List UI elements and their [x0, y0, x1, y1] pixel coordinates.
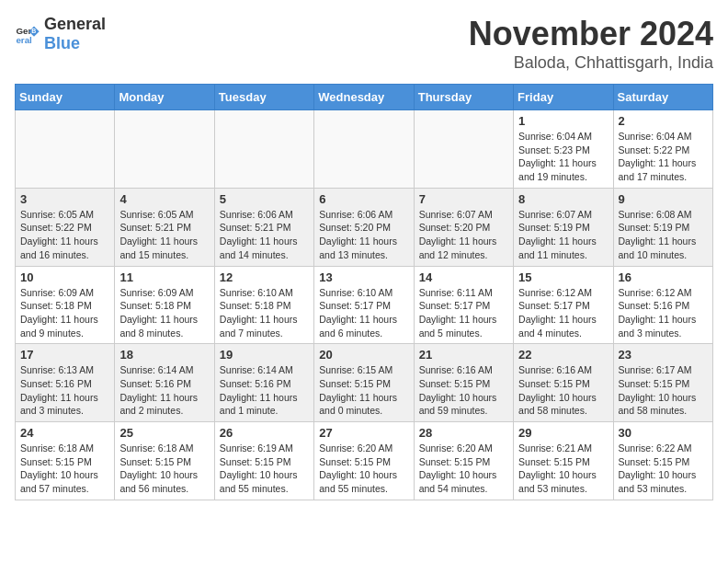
day-number: 25	[119, 426, 209, 440]
calendar-cell: 15Sunrise: 6:12 AM Sunset: 5:17 PM Dayli…	[514, 266, 613, 344]
header-day-saturday: Saturday	[613, 85, 712, 110]
day-info: Sunrise: 6:16 AM Sunset: 5:15 PM Dayligh…	[419, 363, 508, 418]
header-day-friday: Friday	[514, 85, 613, 110]
day-info: Sunrise: 6:14 AM Sunset: 5:16 PM Dayligh…	[119, 363, 209, 418]
day-info: Sunrise: 6:18 AM Sunset: 5:15 PM Dayligh…	[20, 442, 109, 496]
day-number: 26	[220, 426, 309, 440]
day-info: Sunrise: 6:06 AM Sunset: 5:21 PM Dayligh…	[220, 208, 309, 262]
calendar-cell: 21Sunrise: 6:16 AM Sunset: 5:15 PM Dayli…	[414, 344, 513, 422]
month-title: November 2024	[469, 15, 713, 53]
calendar-header-row: SundayMondayTuesdayWednesdayThursdayFrid…	[16, 85, 713, 110]
day-number: 27	[319, 426, 408, 440]
calendar-cell: 13Sunrise: 6:10 AM Sunset: 5:17 PM Dayli…	[314, 266, 414, 344]
header-day-thursday: Thursday	[414, 85, 513, 110]
calendar-cell: 18Sunrise: 6:14 AM Sunset: 5:16 PM Dayli…	[115, 344, 214, 422]
day-info: Sunrise: 6:20 AM Sunset: 5:15 PM Dayligh…	[419, 442, 508, 496]
logo-general: General	[44, 15, 106, 33]
day-info: Sunrise: 6:04 AM Sunset: 5:22 PM Dayligh…	[619, 130, 708, 184]
day-number: 30	[619, 426, 708, 440]
logo-text: General Blue	[44, 15, 106, 53]
day-number: 11	[119, 270, 209, 284]
day-info: Sunrise: 6:10 AM Sunset: 5:18 PM Dayligh…	[220, 286, 309, 340]
day-number: 1	[518, 114, 608, 128]
logo-icon: Gen eral B	[15, 21, 40, 47]
day-info: Sunrise: 6:07 AM Sunset: 5:20 PM Dayligh…	[419, 208, 508, 262]
day-number: 22	[518, 348, 608, 362]
calendar-week-4: 17Sunrise: 6:13 AM Sunset: 5:16 PM Dayli…	[16, 344, 713, 422]
day-info: Sunrise: 6:17 AM Sunset: 5:15 PM Dayligh…	[619, 363, 708, 418]
day-info: Sunrise: 6:12 AM Sunset: 5:17 PM Dayligh…	[518, 286, 608, 340]
day-info: Sunrise: 6:12 AM Sunset: 5:16 PM Dayligh…	[619, 286, 708, 340]
calendar-cell: 26Sunrise: 6:19 AM Sunset: 5:15 PM Dayli…	[214, 422, 313, 500]
day-info: Sunrise: 6:11 AM Sunset: 5:17 PM Dayligh…	[419, 286, 508, 340]
calendar-cell: 12Sunrise: 6:10 AM Sunset: 5:18 PM Dayli…	[214, 266, 313, 344]
calendar-cell: 11Sunrise: 6:09 AM Sunset: 5:18 PM Dayli…	[115, 266, 214, 344]
title-area: November 2024 Baloda, Chhattisgarh, Indi…	[469, 15, 713, 73]
calendar-cell: 30Sunrise: 6:22 AM Sunset: 5:15 PM Dayli…	[613, 422, 712, 500]
calendar-cell: 17Sunrise: 6:13 AM Sunset: 5:16 PM Dayli…	[16, 344, 115, 422]
day-info: Sunrise: 6:19 AM Sunset: 5:15 PM Dayligh…	[220, 442, 309, 496]
svg-text:B: B	[31, 28, 36, 34]
day-number: 17	[20, 348, 109, 362]
day-info: Sunrise: 6:21 AM Sunset: 5:15 PM Dayligh…	[518, 442, 608, 496]
calendar-cell: 23Sunrise: 6:17 AM Sunset: 5:15 PM Dayli…	[613, 344, 712, 422]
day-info: Sunrise: 6:18 AM Sunset: 5:15 PM Dayligh…	[119, 442, 209, 496]
day-info: Sunrise: 6:20 AM Sunset: 5:15 PM Dayligh…	[319, 442, 408, 496]
day-info: Sunrise: 6:13 AM Sunset: 5:16 PM Dayligh…	[20, 363, 109, 418]
calendar-cell: 10Sunrise: 6:09 AM Sunset: 5:18 PM Dayli…	[16, 266, 115, 344]
calendar-week-2: 3Sunrise: 6:05 AM Sunset: 5:22 PM Daylig…	[16, 188, 713, 266]
calendar-cell: 1Sunrise: 6:04 AM Sunset: 5:23 PM Daylig…	[514, 110, 613, 189]
calendar-cell: 4Sunrise: 6:05 AM Sunset: 5:21 PM Daylig…	[115, 188, 214, 266]
calendar-cell: 19Sunrise: 6:14 AM Sunset: 5:16 PM Dayli…	[214, 344, 313, 422]
svg-text:eral: eral	[16, 35, 32, 45]
day-number: 18	[119, 348, 209, 362]
calendar-cell	[414, 110, 513, 189]
calendar-cell: 28Sunrise: 6:20 AM Sunset: 5:15 PM Dayli…	[414, 422, 513, 500]
calendar-cell: 3Sunrise: 6:05 AM Sunset: 5:22 PM Daylig…	[16, 188, 115, 266]
calendar-cell	[16, 110, 115, 189]
day-number: 28	[419, 426, 508, 440]
calendar-cell: 6Sunrise: 6:06 AM Sunset: 5:20 PM Daylig…	[314, 188, 414, 266]
day-info: Sunrise: 6:14 AM Sunset: 5:16 PM Dayligh…	[220, 363, 309, 418]
logo: Gen eral B General Blue	[15, 15, 106, 53]
calendar-week-5: 24Sunrise: 6:18 AM Sunset: 5:15 PM Dayli…	[16, 422, 713, 500]
day-number: 24	[20, 426, 109, 440]
day-info: Sunrise: 6:07 AM Sunset: 5:19 PM Dayligh…	[518, 208, 608, 262]
day-info: Sunrise: 6:06 AM Sunset: 5:20 PM Dayligh…	[319, 208, 408, 262]
day-number: 8	[518, 192, 608, 206]
day-number: 15	[518, 270, 608, 284]
day-number: 7	[419, 192, 508, 206]
calendar-cell: 7Sunrise: 6:07 AM Sunset: 5:20 PM Daylig…	[414, 188, 513, 266]
day-number: 16	[619, 270, 708, 284]
header-day-tuesday: Tuesday	[214, 85, 313, 110]
header: Gen eral B General Blue November 2024 Ba…	[15, 15, 713, 73]
day-number: 12	[220, 270, 309, 284]
location-title: Baloda, Chhattisgarh, India	[469, 53, 713, 73]
day-number: 3	[20, 192, 109, 206]
calendar-cell: 5Sunrise: 6:06 AM Sunset: 5:21 PM Daylig…	[214, 188, 313, 266]
day-info: Sunrise: 6:16 AM Sunset: 5:15 PM Dayligh…	[518, 363, 608, 418]
header-day-sunday: Sunday	[16, 85, 115, 110]
day-info: Sunrise: 6:05 AM Sunset: 5:21 PM Dayligh…	[119, 208, 209, 262]
day-number: 29	[518, 426, 608, 440]
calendar-cell: 27Sunrise: 6:20 AM Sunset: 5:15 PM Dayli…	[314, 422, 414, 500]
calendar-week-3: 10Sunrise: 6:09 AM Sunset: 5:18 PM Dayli…	[16, 266, 713, 344]
day-number: 19	[220, 348, 309, 362]
calendar-cell: 8Sunrise: 6:07 AM Sunset: 5:19 PM Daylig…	[514, 188, 613, 266]
calendar: SundayMondayTuesdayWednesdayThursdayFrid…	[15, 84, 713, 500]
day-number: 6	[319, 192, 408, 206]
day-number: 10	[20, 270, 109, 284]
header-day-monday: Monday	[115, 85, 214, 110]
day-info: Sunrise: 6:04 AM Sunset: 5:23 PM Dayligh…	[518, 130, 608, 184]
calendar-cell	[314, 110, 414, 189]
day-info: Sunrise: 6:22 AM Sunset: 5:15 PM Dayligh…	[619, 442, 708, 496]
calendar-week-1: 1Sunrise: 6:04 AM Sunset: 5:23 PM Daylig…	[16, 110, 713, 189]
header-day-wednesday: Wednesday	[314, 85, 414, 110]
calendar-cell	[115, 110, 214, 189]
calendar-cell: 22Sunrise: 6:16 AM Sunset: 5:15 PM Dayli…	[514, 344, 613, 422]
day-number: 23	[619, 348, 708, 362]
day-info: Sunrise: 6:09 AM Sunset: 5:18 PM Dayligh…	[119, 286, 209, 340]
day-number: 14	[419, 270, 508, 284]
day-info: Sunrise: 6:09 AM Sunset: 5:18 PM Dayligh…	[20, 286, 109, 340]
day-number: 13	[319, 270, 408, 284]
